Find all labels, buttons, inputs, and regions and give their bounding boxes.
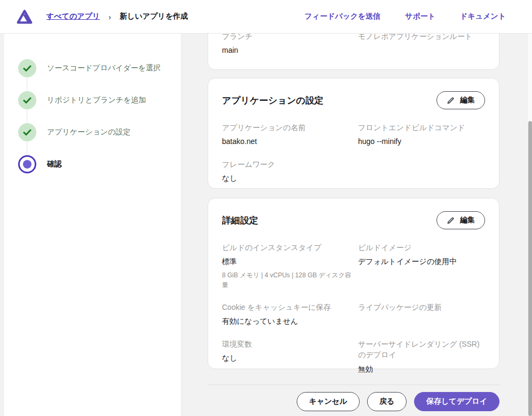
field-label: ビルドイメージ [358,242,485,253]
field-value: なし [222,173,358,184]
step-current-dot [23,160,31,169]
edit-app-settings-button[interactable]: 編集 [436,91,485,109]
field-ssr-deploy: サーバーサイドレンダリング (SSR) のデプロイ 無効 [358,339,485,374]
step-label: 確認 [47,159,62,169]
field-value: batako.net [222,137,358,147]
step-label: アプリケーションの設定 [47,127,131,137]
field-frontend-build-command: フロントエンドビルドコマンド hugo --minify [358,122,485,147]
breadcrumb-separator-icon: › [108,12,111,21]
step-complete-check-icon [18,59,36,77]
edit-advanced-settings-button[interactable]: 編集 [436,211,485,229]
field-build-image: ビルドイメージ デフォルトイメージの使用中 [358,242,485,290]
scrollbar-thumb[interactable] [528,121,532,416]
field-monorepo-root: モノレポアプリケーションルート [358,34,485,56]
top-navigation-bar: すべてのアプリ › 新しいアプリを作成 フィードバックを送信 サポート ドキュメ… [0,0,532,34]
steps-list: ソースコードプロバイダーを選択 リポジトリとブランチを追加 アプリケーションの設… [4,34,181,180]
field-framework: フレームワーク なし [222,159,358,184]
field-description: 8 GiB メモリ | 4 vCPUs | 128 GB ディスク容量 [222,270,355,290]
field-environment-variables: 環境変数 なし [222,339,358,374]
field-value: 無効 [358,364,485,375]
field-value: 標準 [222,257,358,267]
step-app-settings[interactable]: アプリケーションの設定 [4,116,181,148]
field-label: フレームワーク [222,159,358,170]
field-value: hugo --minify [358,137,485,147]
step-select-source-provider[interactable]: ソースコードプロバイダーを選択 [4,52,181,84]
edit-button-label: 編集 [460,215,475,225]
field-label: サーバーサイドレンダリング (SSR) のデプロイ [358,339,485,361]
field-value: なし [222,353,358,364]
header-nav: フィードバックを送信 サポート ドキュメント [305,12,506,21]
advanced-settings-card: 詳細設定 編集 ビルドのインスタンスタイプ 標準 8 GiB メモリ | 4 v… [208,198,499,369]
step-current-radio-icon [18,155,36,173]
footer-divider [208,385,499,385]
step-complete-check-icon [18,123,36,141]
field-cookie-cache-key: Cookie をキャッシュキーに保存 有効になっていません [222,302,358,327]
save-and-deploy-button[interactable]: 保存してデプロイ [414,392,499,411]
repository-card: ブランチ main モノレポアプリケーションルート [208,34,499,70]
card-title: 詳細設定 [222,211,258,227]
field-branch: ブランチ main [222,34,358,56]
page-title: 新しいアプリを作成 [120,12,188,21]
breadcrumb-all-apps-link[interactable]: すべてのアプリ [46,12,100,21]
field-label: 環境変数 [222,339,358,349]
field-label: ブランチ [222,34,358,42]
field-label: フロントエンドビルドコマンド [358,122,485,133]
field-label: Cookie をキャッシュキーに保存 [222,302,358,313]
step-label: ソースコードプロバイダーを選択 [47,63,161,73]
field-value: デフォルトイメージの使用中 [358,257,485,267]
field-label: ビルドのインスタンスタイプ [222,242,358,253]
pencil-icon [447,97,455,105]
amplify-logo-icon[interactable] [14,7,35,26]
back-button[interactable]: 戻る [367,392,407,411]
step-review-current[interactable]: 確認 [4,148,181,180]
field-label: アプリケーションの名前 [222,122,358,133]
card-title: アプリケーションの設定 [222,91,323,107]
cancel-button[interactable]: キャンセル [297,392,360,411]
support-link[interactable]: サポート [405,12,435,21]
documentation-link[interactable]: ドキュメント [460,12,506,21]
left-gutter [0,34,4,416]
field-build-instance-type: ビルドのインスタンスタイプ 標準 8 GiB メモリ | 4 vCPUs | 1… [222,242,358,290]
field-app-name: アプリケーションの名前 batako.net [222,122,358,147]
field-label: モノレポアプリケーションルート [358,34,485,42]
wizard-steps-sidebar: ソースコードプロバイダーを選択 リポジトリとブランチを追加 アプリケーションの設… [4,34,181,416]
footer-actions: キャンセル 戻る 保存してデプロイ [208,392,499,411]
edit-button-label: 編集 [460,95,475,105]
app-settings-card: アプリケーションの設定 編集 アプリケーションの名前 batako.net フロ… [208,78,499,189]
step-label: リポジトリとブランチを追加 [47,95,146,105]
field-label: ライブパッケージの更新 [358,302,485,313]
review-content-area: ブランチ main モノレポアプリケーションルート アプリケーションの設定 編集… [181,34,532,416]
step-complete-check-icon [18,91,36,109]
field-value: 有効になっていません [222,316,358,327]
breadcrumb: すべてのアプリ › 新しいアプリを作成 [46,12,188,21]
vertical-scrollbar[interactable] [527,34,532,416]
step-add-repository-branch[interactable]: リポジトリとブランチを追加 [4,84,181,116]
pencil-icon [447,217,455,225]
field-value: main [222,45,358,56]
field-live-package-updates: ライブパッケージの更新 [358,302,485,327]
send-feedback-link[interactable]: フィードバックを送信 [305,12,380,21]
